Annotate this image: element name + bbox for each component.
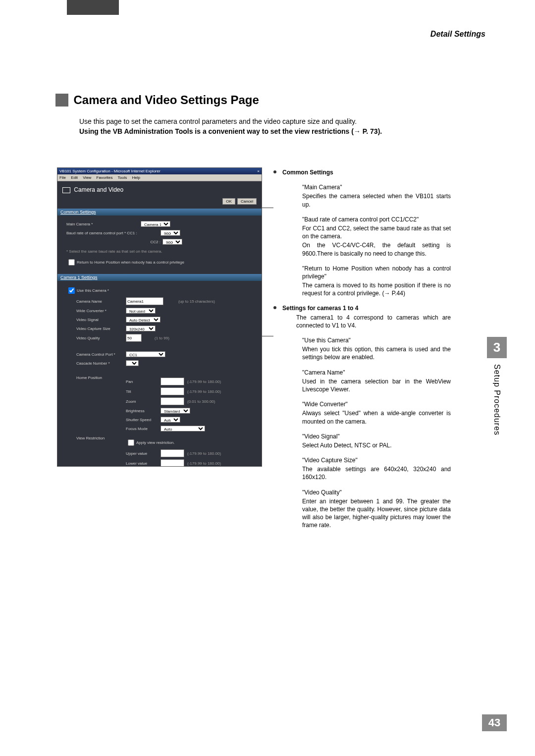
ok-button[interactable]: OK <box>222 198 235 205</box>
focus-label: Focus Mode <box>126 427 160 431</box>
zoom-input[interactable] <box>160 397 184 405</box>
chapter-label: Setup Procedures <box>492 364 501 435</box>
config-heading: Camera and Video <box>74 186 123 193</box>
zoom-label: Zoom <box>126 399 160 404</box>
camera-name-hint: (up to 15 characters) <box>178 299 215 304</box>
main-camera-title: "Main Camera" <box>302 183 451 191</box>
menu-file[interactable]: File <box>59 175 66 180</box>
page-number: 43 <box>482 714 507 731</box>
capture-size-select[interactable]: 320x240 <box>126 325 156 331</box>
camera-name-input[interactable] <box>126 297 163 305</box>
cascade-number-select[interactable]: 1 <box>126 360 139 366</box>
cc2-label: CC2 : <box>66 240 162 244</box>
brightness-select[interactable]: Standard <box>160 408 190 414</box>
browser-window: VB101 System Configuration - Microsoft I… <box>57 167 262 467</box>
upper-label: Upper value <box>126 451 160 456</box>
window-title: VB101 System Configuration - Microsoft I… <box>59 169 160 173</box>
menu-view[interactable]: View <box>83 175 91 180</box>
zoom-hint: (0.01 to 300.00) <box>187 399 215 404</box>
use-camera1-checkbox[interactable] <box>68 287 75 294</box>
focus-select[interactable]: Auto <box>160 426 205 432</box>
video-quality-input[interactable] <box>126 334 142 342</box>
chapter-number: 3 <box>487 337 507 358</box>
window-titlebar: VB101 System Configuration - Microsoft I… <box>57 168 262 174</box>
intro-text: Use this page to set the camera control … <box>79 116 441 137</box>
baud-cc2-select[interactable]: 9600 <box>162 239 182 245</box>
intro-line1: Use this page to set the camera control … <box>79 116 441 126</box>
video-quality-desc: Enter an integer between 1 and 99. The g… <box>302 497 451 530</box>
cameras-1-4-head: Settings for cameras 1 to 4 <box>282 304 451 312</box>
view-restriction-label: View Restriction <box>76 436 126 440</box>
bullet-icon <box>273 306 276 309</box>
lower-label: Lower value <box>126 461 160 466</box>
pan-input[interactable] <box>160 378 184 385</box>
main-camera-desc: Specifies the camera selected when the V… <box>302 192 451 208</box>
baud-rate-label: Baud rate of camera control port * CC1 : <box>66 231 160 235</box>
camera-name-label: Camera Name <box>76 299 126 304</box>
shutter-label: Shutter Speed <box>126 418 160 422</box>
control-port-select[interactable]: CC1 <box>126 351 165 357</box>
upper-hint: (-179.99 to 180.00) <box>187 451 221 456</box>
use-camera1-label: Use this Camera * <box>77 288 109 293</box>
cancel-button[interactable]: Cancel <box>237 198 257 205</box>
video-quality-label: Video Quality <box>76 336 126 340</box>
apply-vr-checkbox[interactable] <box>128 439 134 446</box>
return-home-label: Return to Home Position when nobody has … <box>77 260 184 265</box>
capture-size-title: "Video Capture Size" <box>302 456 451 464</box>
menu-edit[interactable]: Edit <box>71 175 78 180</box>
baud-rate-title: "Baud rate of camera control port CC1/CC… <box>302 216 451 223</box>
wide-converter-label: Wide Converter * <box>76 309 126 313</box>
upper-input[interactable] <box>160 449 184 457</box>
return-home-desc: The camera is moved to its home position… <box>302 281 451 297</box>
common-content: Main Camera * Camera 1 Baud rate of came… <box>57 216 262 248</box>
pan-label: Pan <box>126 379 160 384</box>
page-title-bar: Camera and Video Settings Page <box>55 93 442 107</box>
tilt-hint: (-179.99 to 180.00) <box>187 389 221 394</box>
wide-converter-title: "Wide Converter" <box>302 400 451 408</box>
ok-cancel-row: OK Cancel <box>57 198 262 205</box>
config-body: Camera and Video OK Cancel Common Settin… <box>57 181 262 467</box>
capture-size-desc: The available settings are 640x240, 320x… <box>302 465 451 481</box>
baud-rate-desc2: On the VC-C4/VC-C4R, the default setting… <box>302 241 451 257</box>
window-menubar: File Edit View Favorites Tools Help <box>57 174 262 181</box>
descriptions-column: Common Settings "Main Camera" Specifies … <box>282 167 451 531</box>
baud-note: * Select the same baud rate as that set … <box>57 248 262 256</box>
menu-favorites[interactable]: Favorites <box>97 175 113 180</box>
main-camera-select[interactable]: Camera 1 <box>141 221 170 227</box>
window-close-icon[interactable]: × <box>257 169 260 173</box>
page-title: Camera and Video Settings Page <box>73 93 259 107</box>
return-home-checkbox[interactable] <box>68 259 75 266</box>
intro-line2: Using the VB Administration Tools is a c… <box>79 126 441 136</box>
video-signal-select[interactable]: Auto Detect <box>126 317 160 323</box>
menu-tools[interactable]: Tools <box>118 175 127 180</box>
title-square-icon <box>55 94 68 107</box>
video-quality-title: "Video Quality" <box>302 488 451 496</box>
baud-cc1-select[interactable]: 9600 <box>160 230 180 236</box>
shutter-select[interactable]: Auto <box>160 417 180 423</box>
camera-name-title: "Camera Name" <box>302 369 451 377</box>
camera-name-desc: Used in the camera selection bar in the … <box>302 378 451 393</box>
lower-hint: (-179.99 to 180.00) <box>187 461 221 466</box>
pan-hint: (-179.99 to 180.00) <box>187 379 221 384</box>
brightness-label: Brightness <box>126 409 160 413</box>
header-right-title: Detail Settings <box>430 30 485 39</box>
config-heading-row: Camera and Video <box>57 181 262 195</box>
lower-input[interactable] <box>160 459 184 467</box>
cameras-intro: The camera1 to 4 correspond to cameras w… <box>296 314 451 329</box>
use-camera-title: "Use this Camera" <box>302 336 451 344</box>
wide-converter-select[interactable]: Not used <box>126 308 156 314</box>
home-position-label: Home Position <box>76 376 126 380</box>
tilt-label: Tilt <box>126 389 160 394</box>
chapter-tab: 3 Setup Procedures <box>487 337 507 435</box>
tilt-input[interactable] <box>160 387 184 395</box>
page-header-band <box>67 0 119 15</box>
menu-help[interactable]: Help <box>132 175 140 180</box>
use-camera-desc: When you tick this option, this camera i… <box>302 345 451 361</box>
cascade-number-label: Cascade Number * <box>76 361 126 366</box>
video-signal-desc: Select Auto Detect, NTSC or PAL. <box>302 441 451 449</box>
common-settings-head: Common Settings <box>282 168 451 176</box>
wide-converter-desc: Always select "Used" when a wide-angle c… <box>302 409 451 425</box>
main-camera-label: Main Camera * <box>66 222 141 226</box>
return-home-title: "Return to Home Position when nobody has… <box>302 265 451 280</box>
video-quality-hint: (1 to 99) <box>155 336 169 340</box>
